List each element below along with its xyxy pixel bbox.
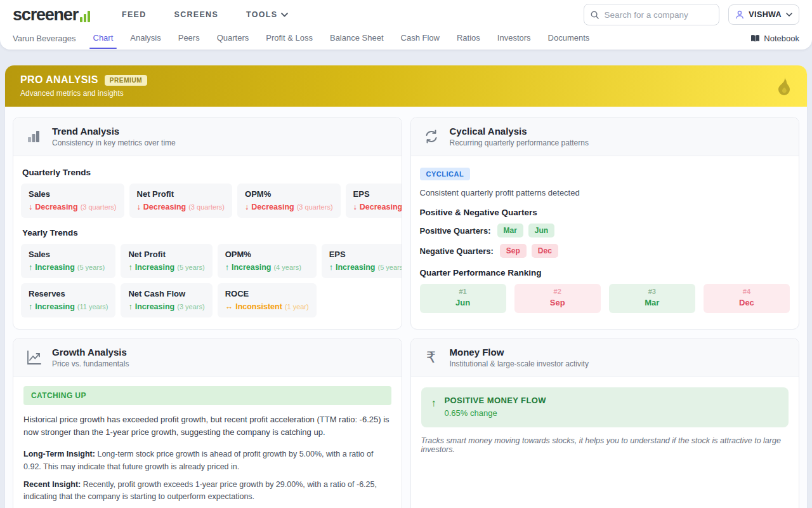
tile-direction: Increasing: [135, 263, 175, 272]
tile-metric: ROCE: [225, 289, 309, 298]
trend-tile-reserves-y: Reserves ↑Increasing(11 years): [21, 283, 115, 318]
trend-tile-roce-y: ROCE ↔Inconsistent(1 year): [218, 283, 317, 318]
nav-tools-label: TOOLS: [246, 10, 277, 19]
trend-tile-opm-q: OPM% ↓Decreasing(3 quarters): [237, 184, 341, 218]
tile-metric: OPM%: [225, 250, 309, 259]
chevron-down-icon: [786, 13, 792, 17]
card-title: Cyclical Analysis: [450, 126, 589, 137]
down-arrow-icon: ↓: [29, 203, 32, 211]
money-flow-note: Tracks smart money moving towards stocks…: [421, 436, 789, 454]
tile-direction: Decreasing: [143, 203, 186, 211]
nav-tools[interactable]: TOOLS: [246, 10, 288, 19]
down-arrow-icon: ↓: [137, 203, 141, 211]
tab-ratios[interactable]: Ratios: [457, 30, 480, 46]
trend-tile-netprofit-y: Net Profit ↑Increasing(5 years): [121, 244, 212, 278]
tile-metric: Net Cash Flow: [128, 289, 204, 298]
banner-text: PRO ANALYSIS PREMIUM Advanced metrics an…: [20, 74, 147, 98]
rupee-icon: ₹: [421, 347, 442, 368]
flow-box-text: POSITIVE MONEY FLOW 0.65% change: [445, 396, 546, 418]
flow-change: 0.65% change: [445, 408, 546, 418]
card-subtitle: Institutional & large-scale investor act…: [450, 359, 589, 368]
money-flow-card: ₹ Money Flow Institutional & large-scale…: [410, 338, 800, 508]
pro-analysis-banner: PRO ANALYSIS PREMIUM Advanced metrics an…: [5, 65, 807, 107]
up-arrow-icon: ↑: [29, 263, 32, 272]
flow-title: POSITIVE MONEY FLOW: [445, 396, 546, 405]
up-arrow-icon: ↑: [128, 263, 132, 272]
tab-cash-flow[interactable]: Cash Flow: [401, 30, 440, 46]
rank-month: Sep: [520, 298, 596, 307]
screener-logo[interactable]: screener: [13, 6, 91, 23]
rank-month: Jun: [425, 298, 501, 307]
user-menu-button[interactable]: VISHWA: [728, 4, 799, 25]
trend-tile-eps-y: EPS ↑Increasing(5 years): [322, 244, 402, 278]
yearly-trend-tiles: Sales ↑Increasing(5 years) Net Profit ↑I…: [21, 244, 394, 318]
up-arrow-icon: ↑: [225, 263, 229, 272]
tile-metric: Net Profit: [128, 250, 204, 259]
trend-card-header: Trend Analysis Consistency in key metric…: [13, 117, 402, 156]
nav-screens[interactable]: SCREENS: [174, 10, 219, 19]
tile-direction: Increasing: [35, 263, 75, 272]
tile-metric: OPM%: [245, 189, 333, 199]
tile-metric: Sales: [29, 189, 117, 199]
company-search[interactable]: [584, 4, 719, 25]
trend-analysis-card: Trend Analysis Consistency in key metric…: [13, 117, 402, 330]
card-subtitle: Recurring quarterly performance patterns: [450, 138, 589, 147]
flame-icon: [776, 77, 792, 95]
tab-documents[interactable]: Documents: [548, 30, 590, 46]
rank-box-1: #1 Jun: [420, 284, 506, 313]
cycle-arrows-icon: [421, 126, 442, 147]
search-input[interactable]: [605, 10, 713, 20]
cyclical-description: Consistent quarterly profit patterns det…: [420, 188, 790, 197]
rank-month: Mar: [614, 298, 690, 307]
trend-tile-sales-y: Sales ↑Increasing(5 years): [21, 244, 115, 278]
tab-analysis[interactable]: Analysis: [130, 30, 160, 46]
analysis-cards-grid: Trend Analysis Consistency in key metric…: [5, 107, 807, 508]
main-content: PRO ANALYSIS PREMIUM Advanced metrics an…: [5, 65, 807, 508]
cyclical-card-heading: Cyclical Analysis Recurring quarterly pe…: [450, 126, 589, 147]
trend-tile-netcashflow-y: Net Cash Flow ↑Increasing(3 years): [121, 283, 212, 318]
tile-direction: Increasing: [232, 263, 272, 272]
company-link[interactable]: Varun Beverages: [13, 34, 76, 43]
negative-quarters-row: Negative Quarters: Sep Dec: [420, 244, 790, 258]
tab-quarters[interactable]: Quarters: [217, 30, 249, 46]
tab-profit-loss[interactable]: Profit & Loss: [266, 30, 313, 46]
quarter-chip-jun: Jun: [528, 224, 554, 237]
yearly-trends-label: Yearly Trends: [22, 228, 393, 237]
user-icon: [735, 10, 744, 19]
tile-metric: Reserves: [29, 289, 108, 298]
logo-text: screener: [13, 6, 78, 23]
card-title: Growth Analysis: [52, 347, 129, 358]
growth-card-heading: Growth Analysis Price vs. fundamentals: [52, 347, 129, 368]
tile-period: (11 years): [77, 303, 108, 311]
flat-arrow-icon: ↔: [225, 302, 233, 311]
card-subtitle: Consistency in key metrics over time: [52, 138, 176, 147]
nav-feed[interactable]: FEED: [122, 10, 147, 19]
tile-period: (5 years): [77, 264, 105, 271]
trend-card-body: Quarterly Trends Sales ↓Decreasing(3 qua…: [13, 156, 402, 329]
positive-quarters-row: Positive Quarters: Mar Jun: [420, 224, 790, 237]
tile-period: (3 quarters): [297, 203, 333, 211]
growth-card-header: Growth Analysis Price vs. fundamentals: [13, 338, 402, 377]
ranking-label: Quarter Performance Ranking: [420, 268, 790, 277]
tab-balance-sheet[interactable]: Balance Sheet: [330, 30, 384, 46]
main-nav: FEED SCREENS TOOLS: [122, 10, 288, 19]
up-arrow-icon: ↑: [431, 398, 436, 409]
positive-quarters-label: Positive Quarters:: [420, 226, 491, 236]
tile-period: (3 quarters): [81, 203, 117, 211]
tab-chart[interactable]: Chart: [93, 30, 114, 46]
tile-direction: Increasing: [135, 302, 175, 311]
tile-period: (4 years): [273, 264, 301, 271]
tab-investors[interactable]: Investors: [497, 30, 531, 46]
card-title: Trend Analysis: [52, 126, 176, 137]
tab-peers[interactable]: Peers: [178, 30, 200, 46]
card-subtitle: Price vs. fundamentals: [52, 359, 129, 368]
tile-direction: Decreasing: [360, 203, 402, 211]
trend-tile-netprofit-q: Net Profit ↓Decreasing(3 quarters): [129, 184, 233, 218]
tile-period: (5 years): [377, 264, 402, 271]
user-name: VISHWA: [749, 10, 782, 19]
tile-direction: Increasing: [35, 302, 75, 311]
notebook-button[interactable]: Notebook: [750, 34, 799, 43]
trend-card-heading: Trend Analysis Consistency in key metric…: [52, 126, 176, 147]
growth-summary: Historical price growth has exceeded pro…: [23, 413, 391, 439]
tile-metric: EPS: [329, 250, 402, 259]
